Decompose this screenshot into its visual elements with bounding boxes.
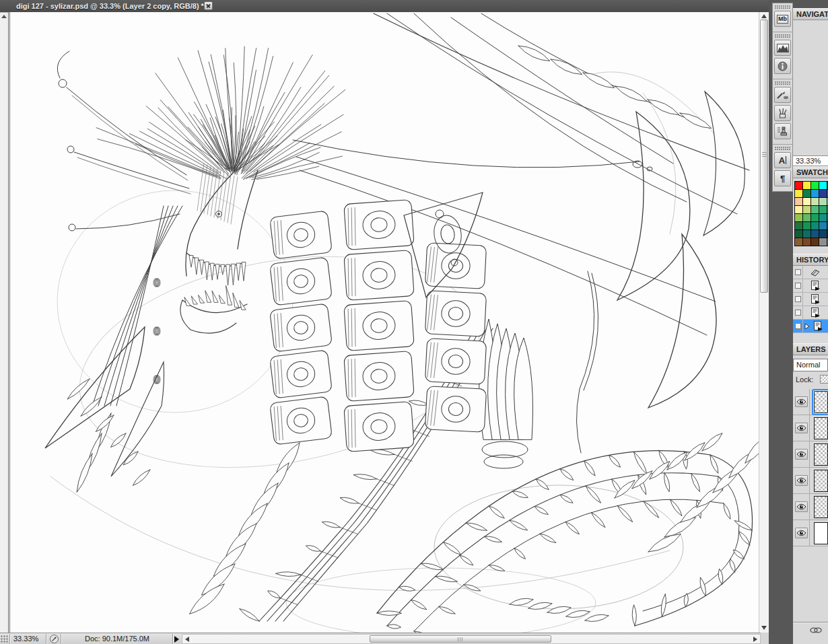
history-brush-source-toggle[interactable] [793,306,803,319]
swatch[interactable] [819,214,827,221]
swatch[interactable] [795,222,802,229]
layer-visibility-toggle[interactable] [795,396,808,407]
status-flyout-button[interactable] [174,636,179,643]
tool-presets-panel-button[interactable] [774,87,791,103]
swatch[interactable] [795,230,802,238]
navigator-zoom-input[interactable]: 33.33% [793,155,828,166]
scroll-down-icon[interactable] [761,626,767,630]
status-zoom-input[interactable]: 33.33% [13,635,38,643]
layer-visibility-toggle[interactable] [795,528,808,538]
layer-thumbnail[interactable] [814,522,828,544]
history-state-row[interactable] [793,293,828,306]
swatch[interactable] [795,214,802,221]
vertical-scroll-thumb[interactable] [760,20,768,293]
swatch[interactable] [803,238,810,246]
drag-handle-icon[interactable] [775,5,790,9]
lock-transparency-toggle[interactable] [820,375,828,384]
swatch[interactable] [803,206,810,213]
swatch[interactable] [819,238,827,246]
vertical-scrollbar[interactable] [759,12,769,633]
swatch[interactable] [819,198,827,205]
swatch[interactable] [803,182,810,189]
swatch[interactable] [819,182,827,189]
horizontal-scrollbar[interactable] [182,634,761,644]
swatch[interactable] [811,230,819,238]
left-edge-scrollbar[interactable] [0,12,8,633]
swatch[interactable] [819,190,827,197]
version-cue-icon[interactable] [49,634,59,644]
horizontal-scroll-thumb[interactable] [370,635,551,643]
link-layers-button[interactable] [810,627,822,635]
info-panel-button[interactable] [774,58,791,74]
swatch[interactable] [795,206,802,213]
layer-thumbnail[interactable] [814,496,828,518]
scroll-left-icon[interactable] [185,637,189,642]
history-state-row[interactable] [793,266,828,279]
layer-visibility-toggle[interactable] [795,475,808,486]
tab-history[interactable]: HISTORY [793,254,828,266]
swatch[interactable] [811,198,819,205]
scroll-up-icon[interactable] [761,14,767,18]
swatch[interactable] [803,190,810,197]
swatch[interactable] [795,182,802,189]
swatch[interactable] [803,230,810,238]
clone-source-panel-button[interactable] [774,123,791,139]
blend-mode-select[interactable]: Normal [793,359,828,371]
layer-thumbnail[interactable] [814,443,828,466]
layer-row[interactable] [793,415,828,441]
scroll-up-icon[interactable] [1,15,7,18]
lineart-drawing [10,12,759,633]
layer-visibility-toggle[interactable] [795,501,808,512]
paragraph-panel-button[interactable]: ¶ [774,170,791,186]
swatch[interactable] [819,206,827,213]
layer-visibility-toggle[interactable] [795,423,808,433]
swatch[interactable] [811,222,819,229]
layer-visibility-toggle[interactable] [795,449,808,460]
swatch[interactable] [811,206,819,213]
mini-bridge-panel-button[interactable]: Mb [774,11,791,27]
drag-handle-icon[interactable] [775,81,790,85]
swatch[interactable] [811,182,819,189]
swatch[interactable] [819,222,827,229]
document-canvas[interactable] [10,12,759,633]
history-state-row[interactable] [793,306,828,320]
history-brush-source-toggle[interactable] [793,320,803,332]
history-state-row[interactable] [793,320,828,333]
layer-row[interactable] [793,468,828,494]
history-state-row[interactable] [793,279,828,293]
character-panel-button[interactable]: A [774,152,791,168]
document-titlebar[interactable]: digi 127 - sylizar.psd @ 33.3% (Layer 2 … [0,0,769,12]
eraser-icon [810,269,821,277]
history-brush-source-toggle[interactable] [793,293,803,306]
layer-thumbnail[interactable] [814,391,828,413]
tab-swatches[interactable]: SWATCHES [793,166,828,178]
swatch[interactable] [795,238,802,246]
swatch[interactable] [811,238,819,246]
swatch[interactable] [803,222,810,229]
swatch[interactable] [811,190,819,197]
swatch[interactable] [795,190,802,197]
layer-thumbnail[interactable] [814,417,828,439]
layer-row[interactable] [793,389,828,415]
tab-navigator[interactable]: NAVIGATOR [793,8,828,20]
drag-handle-icon[interactable] [775,147,790,150]
tab-layers[interactable]: LAYERS [793,343,828,355]
layer-row[interactable] [793,520,828,546]
swatch[interactable] [819,230,827,238]
histogram-panel-button[interactable] [774,40,791,56]
size-grip-icon[interactable] [1,635,9,643]
drag-handle-icon[interactable] [775,34,790,38]
swatch[interactable] [803,214,810,221]
brushes-panel-button[interactable] [774,105,791,121]
document-size-info[interactable]: Doc: 90.1M/175.0M [62,635,172,643]
swatch[interactable] [811,214,819,221]
layer-row[interactable] [793,441,828,468]
layer-row[interactable] [793,494,828,520]
layer-thumbnail[interactable] [814,470,828,492]
history-brush-source-toggle[interactable] [793,279,803,292]
swatch[interactable] [795,198,802,205]
history-brush-source-toggle[interactable] [793,266,803,279]
scroll-right-icon[interactable] [753,637,757,642]
swatch[interactable] [803,198,810,205]
close-button[interactable] [204,1,213,10]
